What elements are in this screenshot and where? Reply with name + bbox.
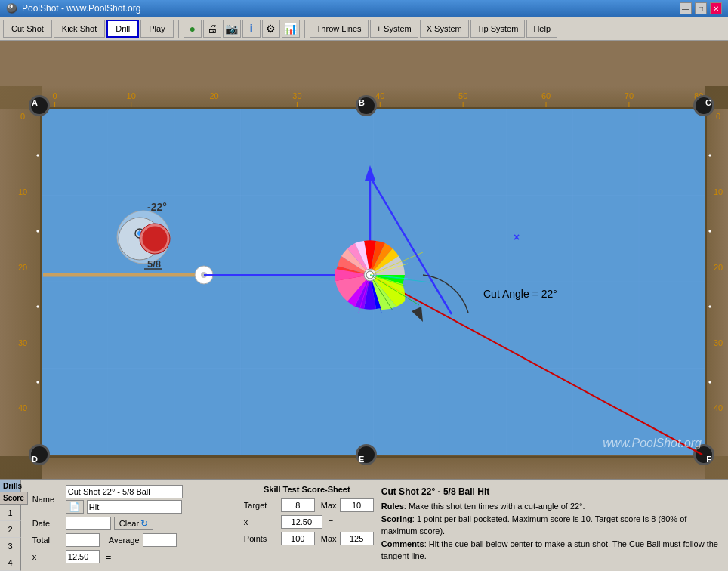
bottom-panel: Drills Score 1 2 3 4 5 Name 📄 Date Clear… (0, 479, 728, 571)
svg-marker-50 (36, 154, 39, 157)
total-label: Total (32, 536, 63, 545)
max2-input[interactable] (340, 532, 374, 545)
pocket-e-label: E (359, 455, 364, 464)
title-bar-left: 🎱 PoolShot - www.PoolShot.org (6, 3, 140, 14)
name-input-line1[interactable] (66, 485, 183, 498)
pool-table[interactable]: 0 10 20 30 40 50 60 70 80 (0, 41, 728, 479)
svg-marker-52 (36, 305, 39, 308)
date-label: Date (32, 519, 63, 528)
name-row: Name 📄 (32, 485, 234, 514)
kick-shot-button[interactable]: Kick Shot (54, 20, 105, 38)
date-input[interactable] (66, 517, 111, 530)
equals-label: = (106, 551, 112, 563)
rules-bold: Rules: (381, 502, 409, 511)
throw-lines-button[interactable]: Throw Lines (310, 20, 369, 38)
plus-system-button[interactable]: + System (370, 20, 418, 38)
clear-label: Clear (119, 519, 139, 528)
pocket-d-label: D (32, 455, 38, 464)
printer-icon[interactable]: 🖨 (203, 20, 221, 38)
target-label: Target (244, 501, 278, 510)
name-input-line2[interactable] (87, 500, 182, 514)
scoring-bold: Scoring: (381, 514, 417, 523)
svg-text:20: 20 (209, 91, 218, 100)
multiplier-input[interactable] (66, 550, 100, 563)
x-system-button[interactable]: X System (420, 20, 469, 38)
svg-text:30: 30 (292, 91, 301, 100)
x-label: x (32, 552, 63, 561)
maximize-button[interactable]: □ (695, 2, 707, 14)
refresh-icon: ↻ (140, 518, 148, 529)
svg-text:50: 50 (458, 91, 467, 100)
multiplier2-input[interactable] (281, 515, 322, 529)
max-input[interactable] (340, 498, 374, 512)
tip-system-button[interactable]: Tip System (470, 20, 526, 38)
name-label: Name (32, 495, 63, 504)
points-input[interactable] (281, 532, 315, 545)
score-header: Score (0, 492, 28, 505)
svg-marker-61 (708, 305, 711, 308)
eq2-label: = (329, 517, 333, 526)
total-row: Total Average (32, 533, 234, 547)
title-bar-controls[interactable]: — □ ✕ (680, 2, 722, 14)
minimize-button[interactable]: — (680, 2, 692, 14)
settings-icon[interactable]: ⚙ (262, 20, 280, 38)
close-button[interactable]: ✕ (710, 2, 722, 14)
points-label: Points (244, 534, 278, 543)
svg-text:10: 10 (714, 187, 723, 196)
separator-2 (304, 20, 305, 38)
name-icon: 📄 (66, 500, 84, 514)
svg-text:0: 0 (20, 112, 25, 121)
score-row-2: 2 (0, 521, 21, 538)
cut-shot-button[interactable]: Cut Shot (3, 20, 52, 38)
play-button[interactable]: Play (140, 20, 173, 38)
app-icon: 🎱 (6, 3, 17, 14)
desc-title: Cut Shot 22° - 5/8 Ball Hit (381, 486, 722, 497)
svg-text:70: 70 (625, 91, 634, 100)
watermark: www.PoolShot.org (603, 437, 702, 450)
average-input[interactable] (143, 533, 177, 547)
svg-text:0: 0 (53, 91, 57, 100)
ruler-left-svg: 0 10 20 30 40 (0, 109, 42, 456)
total-input[interactable] (66, 533, 100, 547)
skill-test-header: Skill Test Score-Sheet (244, 485, 370, 494)
date-row: Date Clear ↻ (32, 517, 234, 530)
score-row-3: 3 (0, 538, 21, 554)
score-entry-section: Name 📄 Date Clear ↻ Total Average (28, 480, 239, 571)
svg-text:40: 40 (18, 403, 27, 412)
export-icon[interactable]: 📊 (282, 20, 300, 38)
svg-text:30: 30 (18, 338, 27, 347)
score-calc-row: x = (244, 515, 370, 529)
separator-1 (178, 20, 179, 38)
max-label1: Max (321, 501, 337, 510)
drill-button[interactable]: Drill (106, 20, 139, 38)
skill-test-section: Skill Test Score-Sheet Target Max x = Po… (239, 480, 375, 571)
average-label: Average (109, 536, 140, 545)
pocket-c-label: C (705, 98, 711, 107)
app-title: PoolShot - www.PoolShot.org (22, 3, 140, 14)
left-ruler: 0 10 20 30 40 (0, 109, 42, 456)
toolbar: Cut Shot Kick Shot Drill Play ● 🖨 📷 i ⚙ … (0, 17, 728, 41)
svg-text:40: 40 (714, 403, 723, 412)
score-numbers-col: Drills Score 1 2 3 4 5 (0, 480, 28, 571)
svg-text:20: 20 (714, 263, 723, 272)
camera-icon[interactable]: 📷 (223, 20, 241, 38)
right-ruler: 0 10 20 30 40 (705, 109, 728, 456)
comments-bold: Comments: (381, 539, 429, 548)
help-button[interactable]: Help (526, 20, 557, 38)
drills-header: Drills (0, 480, 21, 492)
svg-marker-51 (36, 230, 39, 233)
green-circle-icon[interactable]: ● (184, 20, 202, 38)
ruler-right-svg: 0 10 20 30 40 (707, 109, 728, 456)
target-row: Target Max (244, 498, 370, 512)
svg-marker-62 (708, 381, 711, 384)
x2-label: x (244, 517, 278, 526)
svg-text:10: 10 (18, 187, 27, 196)
clear-button[interactable]: Clear ↻ (114, 517, 153, 530)
description-section: Cut Shot 22° - 5/8 Ball Hit Rules: Make … (375, 480, 728, 571)
info-icon[interactable]: i (242, 20, 261, 38)
grid-svg (42, 109, 705, 455)
pocket-a-label: A (32, 98, 38, 107)
target-input[interactable] (281, 498, 315, 512)
svg-text:40: 40 (375, 91, 384, 100)
felt-surface[interactable] (42, 109, 705, 455)
